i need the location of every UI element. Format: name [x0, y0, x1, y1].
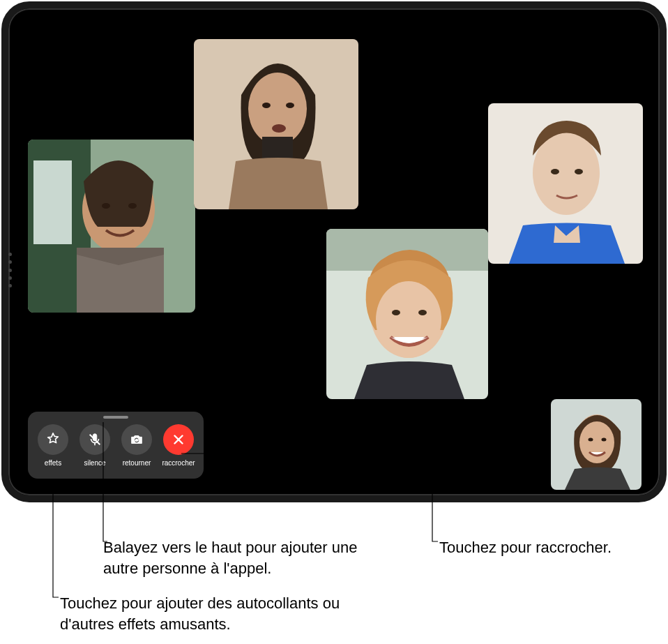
svg-rect-2 — [33, 160, 72, 244]
svg-point-11 — [262, 103, 271, 108]
mute-label: silence — [84, 459, 105, 467]
svg-point-5 — [102, 203, 110, 209]
flip-camera-button[interactable]: retourner — [117, 424, 156, 467]
svg-point-6 — [128, 203, 137, 209]
svg-point-27 — [589, 438, 593, 442]
effects-icon — [38, 424, 68, 455]
svg-point-28 — [602, 438, 607, 442]
svg-point-12 — [286, 103, 294, 108]
call-controls-panel[interactable]: effets silence — [28, 412, 204, 479]
camera-flip-icon — [121, 424, 152, 455]
ipad-frame: effets silence — [1, 1, 667, 502]
mute-button[interactable]: silence — [75, 424, 114, 467]
end-label: raccrocher — [162, 459, 195, 467]
close-icon — [163, 424, 194, 455]
flip-label: retourner — [123, 459, 151, 467]
effects-label: effets — [45, 459, 61, 467]
svg-point-18 — [392, 310, 400, 315]
participant-tile[interactable] — [488, 103, 643, 264]
svg-point-9 — [248, 73, 307, 145]
mic-off-icon — [79, 424, 110, 455]
effects-button[interactable]: effets — [33, 424, 73, 467]
side-indents — [8, 253, 13, 287]
svg-point-26 — [579, 421, 614, 463]
facetime-screen[interactable]: effets silence — [14, 14, 654, 490]
svg-point-19 — [418, 310, 427, 315]
participant-tile[interactable] — [326, 229, 488, 399]
svg-point-22 — [551, 169, 559, 174]
self-view-tile[interactable] — [551, 399, 642, 490]
end-call-button[interactable]: raccrocher — [159, 424, 198, 467]
callout-swipe-up: Balayez vers le haut pour ajouter une au… — [103, 537, 396, 578]
callout-effects: Touchez pour ajouter des autocollants ou… — [60, 593, 381, 634]
svg-point-13 — [272, 124, 286, 133]
participant-tile[interactable] — [28, 140, 195, 313]
participant-tile[interactable] — [194, 39, 358, 209]
svg-point-23 — [575, 169, 583, 174]
panel-grabber[interactable] — [103, 416, 128, 419]
callout-end-call: Touchez pour raccrocher. — [439, 537, 621, 558]
